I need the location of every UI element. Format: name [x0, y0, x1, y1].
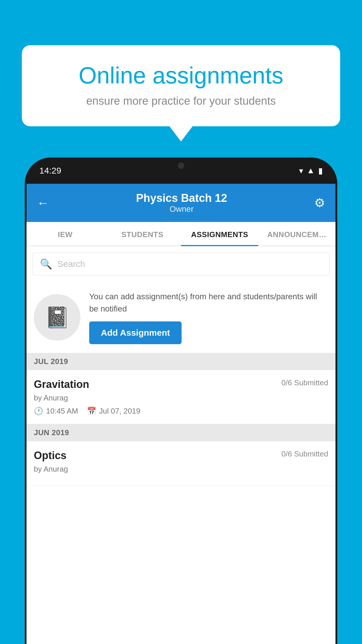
promo-icon-circle: 📓 [34, 294, 80, 341]
tab-assignments[interactable]: ASSIGNMENTS [181, 222, 258, 246]
phone-frame: 14:29 ▾ ▲ ▮ ← Physics Batch 12 Owner ⚙ I… [25, 158, 337, 644]
speech-bubble-title: Online assignments [42, 63, 320, 88]
settings-icon[interactable]: ⚙ [314, 196, 325, 210]
assignment-top-row-optics: Optics 0/6 Submitted [34, 449, 328, 462]
signal-icon: ▲ [307, 166, 315, 175]
assignment-time: 🕐 10:45 AM [34, 407, 78, 416]
tab-announcements[interactable]: ANNOUNCEM… [258, 222, 335, 246]
section-header-jun: JUN 2019 [27, 424, 335, 441]
assignment-item-gravitation[interactable]: Gravitation 0/6 Submitted by Anurag 🕐 10… [27, 370, 335, 424]
tab-iew[interactable]: IEW [27, 222, 104, 246]
assignment-name: Gravitation [34, 378, 89, 391]
header-title-block: Physics Batch 12 Owner [49, 192, 314, 214]
status-icons: ▾ ▲ ▮ [299, 166, 323, 176]
assignment-item-optics[interactable]: Optics 0/6 Submitted by Anurag [27, 441, 335, 486]
tabs-bar: IEW STUDENTS ASSIGNMENTS ANNOUNCEM… [27, 222, 335, 246]
notebook-icon: 📓 [45, 305, 70, 329]
status-time: 14:29 [39, 166, 61, 176]
assignment-top-row: Gravitation 0/6 Submitted [34, 378, 328, 391]
date-value: Jul 07, 2019 [99, 407, 140, 416]
time-value: 10:45 AM [46, 407, 78, 416]
tab-students[interactable]: STUDENTS [104, 222, 181, 246]
battery-icon: ▮ [318, 166, 323, 176]
add-assignment-button[interactable]: Add Assignment [89, 321, 182, 344]
promo-description: You can add assignment(s) from here and … [89, 290, 328, 315]
speech-bubble-subtitle: ensure more practice for your students [42, 95, 320, 107]
submitted-badge-optics: 0/6 Submitted [282, 449, 328, 459]
status-bar: 14:29 ▾ ▲ ▮ [25, 158, 337, 184]
app-header: ← Physics Batch 12 Owner ⚙ [27, 184, 335, 222]
wifi-icon: ▾ [299, 166, 303, 176]
search-bar[interactable]: 🔍 Search [32, 253, 330, 275]
assignment-date: 📅 Jul 07, 2019 [87, 407, 140, 416]
header-subtitle: Owner [49, 204, 314, 214]
phone-notch [158, 158, 204, 174]
search-placeholder: Search [57, 259, 85, 269]
calendar-icon: 📅 [87, 407, 96, 416]
assignment-by: by Anurag [34, 393, 328, 402]
speech-bubble-card: Online assignments ensure more practice … [22, 45, 340, 126]
assignment-name-optics: Optics [34, 449, 66, 462]
section-header-jul: JUL 2019 [27, 353, 335, 370]
promo-right: You can add assignment(s) from here and … [89, 290, 328, 344]
clock-icon: 🕐 [34, 407, 43, 416]
assignment-meta: 🕐 10:45 AM 📅 Jul 07, 2019 [34, 407, 328, 416]
content-area: 🔍 Search 📓 You can add assignment(s) fro… [27, 246, 335, 644]
app-screen: ← Physics Batch 12 Owner ⚙ IEW STUDENTS … [27, 184, 335, 644]
search-icon: 🔍 [40, 258, 52, 270]
back-button[interactable]: ← [37, 196, 49, 210]
promo-section: 📓 You can add assignment(s) from here an… [27, 282, 335, 353]
assignment-by-optics: by Anurag [34, 465, 328, 474]
camera-dot [178, 162, 184, 169]
header-title: Physics Batch 12 [49, 192, 314, 204]
submitted-badge: 0/6 Submitted [282, 378, 328, 387]
